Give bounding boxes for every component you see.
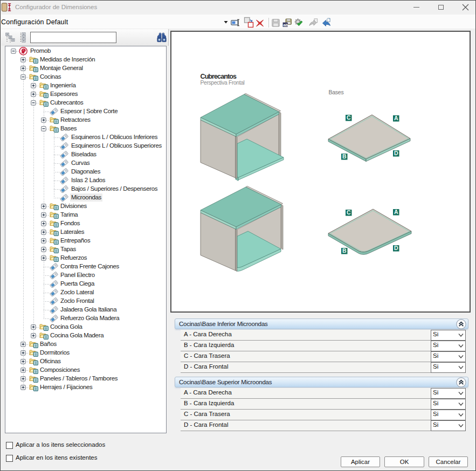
svg-text:B: B xyxy=(342,247,347,254)
svg-text:C: C xyxy=(347,114,351,121)
svg-text:C: C xyxy=(347,209,351,216)
svg-text:Bases: Bases xyxy=(329,89,344,95)
svg-text:D: D xyxy=(394,245,398,251)
svg-text:B: B xyxy=(342,153,347,160)
svg-text:A: A xyxy=(394,115,398,121)
svg-text:Perspectiva Frontal: Perspectiva Frontal xyxy=(201,80,245,86)
svg-text:ab: ab xyxy=(283,23,288,27)
svg-text:D: D xyxy=(394,150,398,156)
svg-text:Cubrecantos: Cubrecantos xyxy=(201,73,237,80)
svg-text:A: A xyxy=(394,209,398,215)
